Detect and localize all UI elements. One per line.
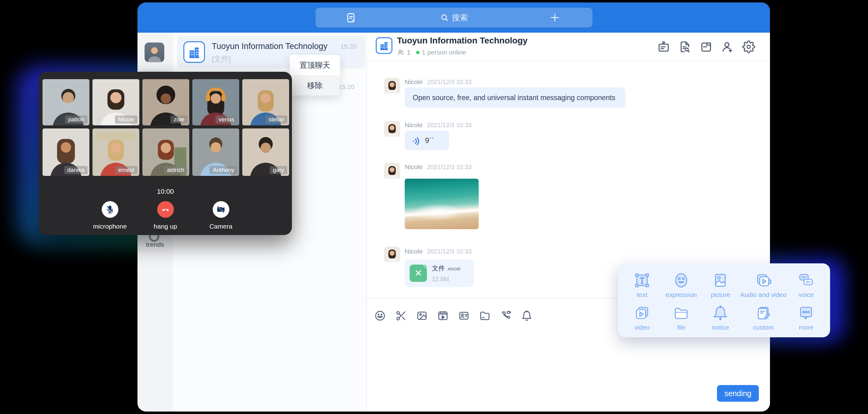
contact-card-icon[interactable] [458,310,470,322]
call-tile[interactable]: danika [42,128,89,176]
message-author: Nicole [405,78,423,86]
popup-item-video[interactable]: video [622,301,661,334]
add-member-icon[interactable] [721,40,734,53]
microphone-label: microphone [93,223,127,230]
camera-muted-icon [216,205,226,214]
popup-item-more[interactable]: more [786,301,826,334]
file-fold [422,264,427,269]
search-bar[interactable]: 搜索 [316,8,592,27]
stage: 搜索 [0,0,868,414]
popup-item-custom[interactable]: custom [740,301,786,334]
popup-item-file[interactable]: file [661,301,701,334]
participant-name: Nicole [115,116,137,124]
hangup-icon [161,205,170,214]
participant-name: stellar [266,116,287,124]
folder-icon[interactable] [479,310,491,322]
popup-item-expression[interactable]: expression [661,269,701,301]
excel-file-icon: ✕ [410,264,427,282]
hangup-button[interactable] [157,201,174,218]
file-info: 文件.excel 12.8M [432,264,460,283]
file-name: 文件 [432,264,445,272]
message-time: 2021/12/3 10:33 [427,164,472,171]
add-icon[interactable] [549,12,560,24]
microphone-control: microphone [92,201,128,230]
popup-item-picture[interactable]: picture [701,269,740,301]
message-avatar[interactable] [384,78,400,94]
conversation-preview: [文件] [212,54,230,64]
chat-group-avatar [376,37,393,54]
popup-item-audio-video[interactable]: Audio and video [740,269,786,301]
voice-duration: 9`` [425,136,434,145]
file-ext: .excel [447,266,460,272]
picture-icon [712,272,729,289]
message-avatar[interactable] [384,247,400,262]
notification-bell-icon[interactable] [521,310,533,322]
message-avatar[interactable] [384,121,400,137]
call-tile[interactable]: venus [192,79,239,125]
my-avatar[interactable] [145,42,164,62]
camera-button[interactable] [213,201,229,218]
video-clip-icon[interactable] [437,310,449,322]
chat-header: Tuoyun Information Technology 1 1 person… [367,33,770,61]
message-author: Nicole [405,121,423,129]
history-search-icon[interactable] [678,40,691,53]
text-icon [634,272,650,289]
image-message-beach[interactable] [405,179,479,229]
participant-name: venus [215,116,237,124]
popup-item-voice[interactable]: voice [786,269,826,301]
participant-name: ernest [115,166,137,174]
online-dot [416,51,420,54]
popup-item-notice[interactable]: notice [701,301,740,334]
members-icon [397,49,404,56]
call-tile[interactable]: stellar [242,79,289,125]
image-icon[interactable] [416,310,428,322]
building-icon [379,40,389,51]
call-tile[interactable]: Anthony [192,128,239,176]
custom-icon [755,305,772,321]
popup-item-text[interactable]: text [622,269,661,301]
call-timer: 10:00 [39,188,292,196]
call-tile[interactable]: patton [42,79,89,125]
trends-label[interactable]: trends [137,241,173,248]
notice-board-icon[interactable] [657,40,670,53]
member-count: 1 [407,49,410,56]
settings-gear-icon[interactable] [742,40,755,53]
chat-header-actions [657,40,755,53]
video-call-icon[interactable] [500,310,512,322]
participant-name: gary [270,166,287,174]
conversation-title: Tuoyun Information Technology [212,41,327,51]
microphone-button[interactable] [102,201,118,218]
voice-message-bubble[interactable]: 9`` [405,131,449,150]
file-folder-icon [673,305,689,321]
participant-name: danika [64,166,88,174]
mic-muted-icon [105,205,115,214]
chat-subheader: 1 1 person online [397,49,466,56]
menu-item-remove[interactable]: 移除 [290,75,340,95]
file-size: 12.8M [432,276,460,283]
camera-control: Camera [203,201,239,230]
menu-item-pin-chat[interactable]: 置顶聊天 [290,55,340,75]
text-message-bubble[interactable]: Open source, free, and universal instant… [405,88,625,108]
notice-bell-icon [712,305,729,321]
search-icon [440,13,449,22]
call-tile[interactable]: Nicole [92,79,139,125]
conversation-time: 15:20 [338,83,354,91]
conversation-context-menu: 置顶聊天 移除 [290,55,340,95]
participant-name: patton [65,116,88,124]
emoji-icon[interactable] [374,310,386,322]
file-message-card[interactable]: ✕ 文件.excel 12.8M [405,259,474,287]
group-avatar [183,41,205,63]
video-icon [634,305,650,321]
file-folder-icon[interactable] [700,40,713,53]
online-status: 1 person online [422,49,466,56]
call-tile[interactable]: gary [242,128,289,176]
message-avatar[interactable] [384,163,400,179]
call-tile[interactable]: zoie [143,79,189,125]
send-button[interactable]: sending [717,385,759,402]
video-call-panel: patton Nicole zoie venus stellar danika … [39,72,292,235]
message-time: 2021/12/3 10:33 [427,122,472,129]
screenshot-scissors-icon[interactable] [395,310,407,322]
call-tile[interactable]: aldrich [143,128,189,176]
call-tile[interactable]: ernest [92,128,139,176]
more-icon [798,305,814,321]
